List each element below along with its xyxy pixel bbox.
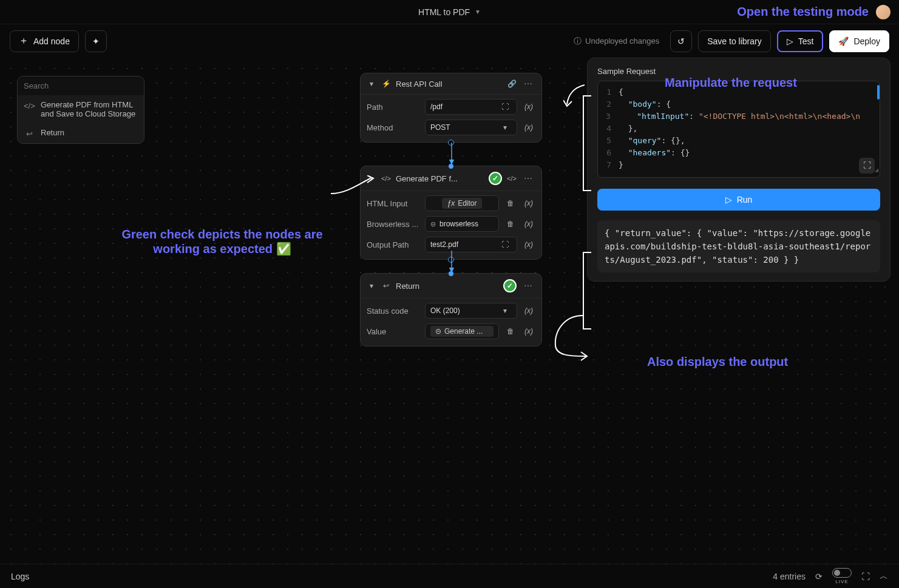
workflow-title: HTML to PDF — [418, 7, 470, 17]
node-generate-pdf[interactable]: ▾ </> Generate PDF f... ✓ </> ⋯ HTML Inp… — [360, 166, 542, 260]
code-line: "headers": {} — [619, 147, 690, 159]
variable-picker-icon[interactable]: (x) — [522, 100, 535, 113]
node-rest-api-call[interactable]: ▾ ⚡ Rest API Call 🔗 ⋯ Path /pdf ⛶ (x) Me… — [360, 73, 542, 143]
node-menu[interactable]: ⋯ — [521, 174, 535, 183]
chevron-down-icon[interactable]: ▾ — [367, 282, 376, 290]
chevron-down-icon[interactable]: ▾ — [367, 174, 376, 183]
field-label-html-input: HTML Input — [367, 199, 420, 208]
value-reference-chip: ⊝ Generate ... — [430, 326, 494, 337]
request-code-editor[interactable]: 1{ 2 "body": { 3 "htmlInput": "<!DOCTYPE… — [597, 81, 880, 178]
field-output-path-value: test2.pdf — [430, 240, 495, 249]
palette-item-return[interactable]: ↩ Return — [18, 123, 144, 143]
trash-icon[interactable]: 🗑 — [504, 325, 517, 338]
chevron-down-icon[interactable]: ▾ — [367, 79, 376, 88]
fullscreen-icon[interactable]: ⛶ — [861, 572, 870, 581]
node-menu[interactable]: ⋯ — [521, 79, 535, 89]
undeployed-label: Undeployed changes — [585, 36, 659, 46]
field-status[interactable]: OK (200) ▾ — [425, 303, 517, 319]
resize-handle[interactable]: ◢ — [875, 164, 878, 176]
refresh-icon[interactable]: ⟳ — [815, 572, 823, 581]
live-label: LIVE — [835, 579, 848, 584]
test-label: Test — [798, 36, 814, 46]
field-output-path[interactable]: test2.pdf ⛶ — [425, 237, 517, 252]
field-path[interactable]: /pdf ⛶ — [425, 99, 517, 115]
field-label-output-path: Output Path — [367, 240, 420, 249]
trash-icon[interactable]: 🗑 — [504, 197, 517, 210]
live-toggle[interactable]: LIVE — [832, 568, 852, 584]
variable-picker-icon[interactable]: (x) — [522, 121, 535, 134]
play-icon: ▷ — [787, 36, 793, 46]
variable-picker-icon[interactable]: (x) — [522, 325, 535, 338]
variable-picker-icon[interactable]: (x) — [522, 197, 535, 210]
bracket-output — [583, 252, 591, 329]
fx-icon: ƒx — [447, 199, 455, 208]
annotation-green-check: Green check depicts the nodes are workin… — [113, 228, 331, 256]
run-button[interactable]: ▷ Run — [597, 189, 880, 211]
variable-picker-icon[interactable]: (x) — [522, 304, 535, 317]
value-reference-label: Generate ... — [444, 327, 483, 336]
test-button[interactable]: ▷ Test — [777, 30, 824, 52]
ai-magic-button[interactable]: ✦ — [85, 30, 107, 52]
field-method[interactable]: POST ▾ — [425, 120, 517, 135]
variable-picker-icon[interactable]: (x) — [522, 217, 535, 231]
chevron-down-icon[interactable]: ▼ — [475, 8, 481, 15]
return-icon: ↩ — [381, 282, 391, 290]
code-line: "body": { — [619, 98, 671, 110]
run-label: Run — [737, 195, 753, 204]
logs-bar: Logs 4 entries ⟳ LIVE ⛶ ︿ — [0, 564, 899, 588]
expand-icon: ⛶ — [863, 160, 871, 172]
node-menu[interactable]: ⋯ — [521, 281, 535, 291]
field-html-input[interactable]: ƒx Editor — [425, 195, 499, 211]
code-icon[interactable]: </> — [507, 175, 517, 182]
code-line: { — [619, 86, 623, 98]
test-output: { "return_value": { "value": "https://st… — [597, 220, 880, 272]
palette-item-label: Return — [41, 128, 64, 137]
lightning-icon: ⚡ — [381, 79, 391, 88]
node-title: Rest API Call — [396, 79, 502, 89]
annotation-output: Also displays the output — [647, 355, 788, 369]
save-to-library-button[interactable]: Save to library — [698, 30, 770, 52]
avatar[interactable] — [876, 5, 891, 19]
expand-icon[interactable]: ⛶ — [498, 100, 512, 113]
add-node-button[interactable]: ＋ Add node — [10, 30, 79, 52]
code-icon: </> — [381, 175, 391, 182]
logs-label[interactable]: Logs — [11, 572, 29, 581]
deploy-button[interactable]: 🚀 Deploy — [829, 30, 889, 52]
field-label-value: Value — [367, 327, 420, 336]
history-button[interactable]: ↺ — [670, 30, 692, 52]
alert-icon: ⓘ — [574, 36, 582, 47]
undeployed-changes: ⓘ Undeployed changes — [574, 36, 659, 47]
trash-icon[interactable]: 🗑 — [504, 217, 517, 231]
bracket-request — [583, 95, 591, 191]
expand-icon[interactable]: ⛶ — [498, 238, 512, 251]
annotation-manipulate: Manipulate the request — [665, 76, 797, 90]
code-line: "query": {}, — [619, 135, 685, 147]
history-icon: ↺ — [677, 36, 685, 46]
deploy-label: Deploy — [853, 36, 880, 46]
save-to-library-label: Save to library — [707, 36, 761, 46]
palette-item-generate-pdf[interactable]: </> Generate PDF from HTML and Save to C… — [18, 95, 144, 123]
code-line: } — [619, 159, 623, 171]
field-label-path: Path — [367, 103, 420, 112]
field-value[interactable]: ⊝ Generate ... — [425, 323, 499, 339]
palette-item-label: Generate PDF from HTML and Save to Cloud… — [41, 100, 138, 118]
chevron-down-icon[interactable]: ▾ — [498, 304, 512, 317]
canvas[interactable]: </> Generate PDF from HTML and Save to C… — [0, 58, 899, 564]
variable-picker-icon[interactable]: (x) — [522, 238, 535, 251]
search-input[interactable] — [18, 76, 144, 95]
field-label-status: Status code — [367, 306, 420, 316]
rocket-icon: 🚀 — [838, 36, 849, 46]
chip-icon: ⊝ — [435, 327, 441, 336]
code-icon: </> — [24, 101, 35, 110]
node-return[interactable]: ▾ ↩ Return ✓ ⋯ Status code OK (200) ▾ (x… — [360, 273, 542, 346]
expand-editor-button[interactable]: ⛶ — [859, 158, 875, 174]
link-icon[interactable]: 🔗 — [507, 79, 517, 88]
chevron-up-icon[interactable]: ︿ — [880, 571, 888, 582]
link-key-icon: ⊝ — [430, 220, 436, 228]
field-method-value: POST — [430, 123, 495, 132]
entries-count: 4 entries — [773, 572, 806, 581]
field-path-value: /pdf — [430, 103, 495, 111]
field-browserless[interactable]: ⊝ browserless — [425, 216, 499, 232]
magic-wand-icon: ✦ — [92, 36, 100, 46]
chevron-down-icon[interactable]: ▾ — [498, 121, 512, 134]
